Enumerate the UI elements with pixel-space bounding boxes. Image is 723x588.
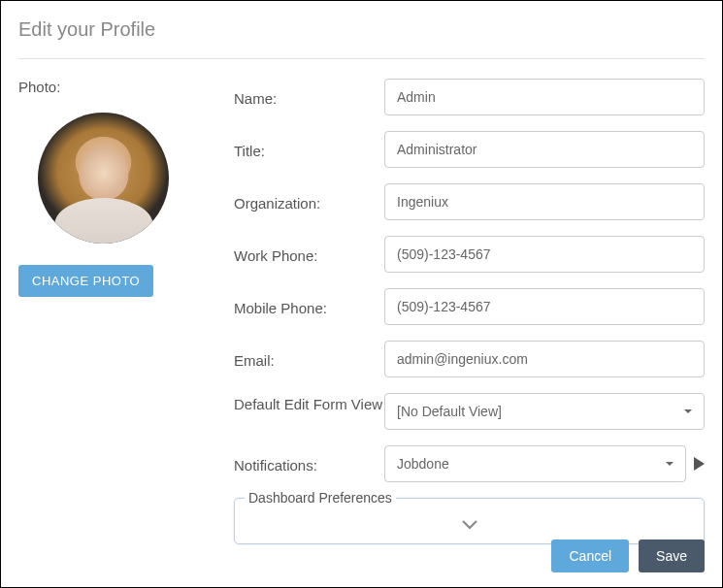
page-title: Edit your Profile bbox=[18, 18, 705, 41]
play-icon[interactable] bbox=[694, 457, 705, 471]
title-input[interactable] bbox=[384, 131, 705, 168]
cancel-button[interactable]: Cancel bbox=[551, 539, 629, 572]
default-view-label: Default Edit Form View bbox=[234, 393, 384, 414]
notifications-label: Notifications: bbox=[234, 455, 384, 474]
organization-label: Organization: bbox=[234, 193, 384, 212]
dashboard-preferences-panel: Dashboard Preferences bbox=[234, 498, 705, 544]
organization-input[interactable] bbox=[384, 183, 705, 220]
title-label: Title: bbox=[234, 141, 384, 159]
notifications-select[interactable]: Jobdone bbox=[384, 445, 686, 482]
name-label: Name: bbox=[234, 88, 384, 107]
photo-label: Photo: bbox=[18, 79, 213, 95]
work-phone-label: Work Phone: bbox=[234, 245, 384, 264]
default-view-select[interactable]: [No Default View] bbox=[384, 393, 705, 430]
chevron-down-icon[interactable] bbox=[245, 516, 694, 534]
change-photo-button[interactable]: CHANGE PHOTO bbox=[18, 265, 153, 297]
name-input[interactable] bbox=[384, 79, 705, 115]
dashboard-preferences-legend: Dashboard Preferences bbox=[245, 490, 396, 506]
mobile-phone-label: Mobile Phone: bbox=[234, 298, 384, 316]
email-input[interactable] bbox=[384, 341, 705, 377]
work-phone-input[interactable] bbox=[384, 236, 705, 273]
mobile-phone-input[interactable] bbox=[384, 288, 705, 325]
divider bbox=[18, 58, 705, 59]
save-button[interactable]: Save bbox=[639, 539, 705, 572]
avatar bbox=[38, 113, 169, 244]
email-label: Email: bbox=[234, 350, 384, 369]
